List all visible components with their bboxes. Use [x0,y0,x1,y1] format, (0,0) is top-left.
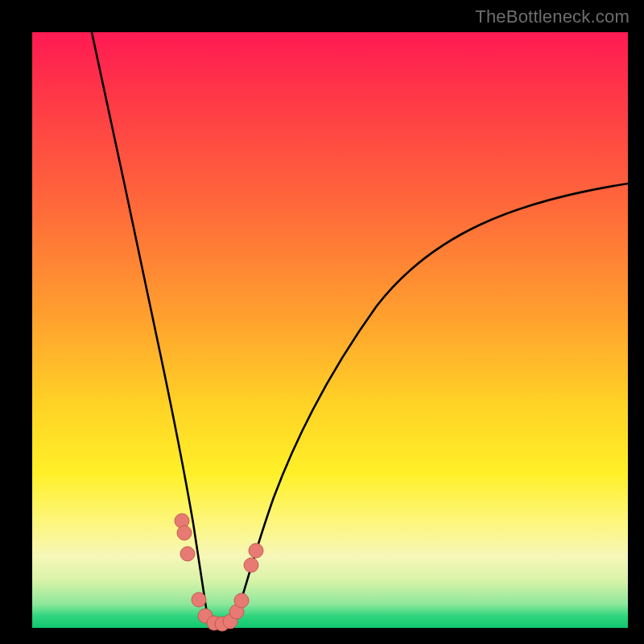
marker-dot [192,592,206,607]
chart-svg [32,32,628,628]
marker-dot [177,526,192,540]
marker-dot [249,543,263,558]
marker-dot [244,558,258,572]
outer-frame: TheBottleneck.com [0,0,644,644]
plot-area [32,32,628,628]
curve-right [235,184,628,620]
watermark-text: TheBottleneck.com [475,6,630,27]
marker-dot [180,547,195,561]
marker-dot [234,593,249,608]
marker-group [175,514,263,631]
